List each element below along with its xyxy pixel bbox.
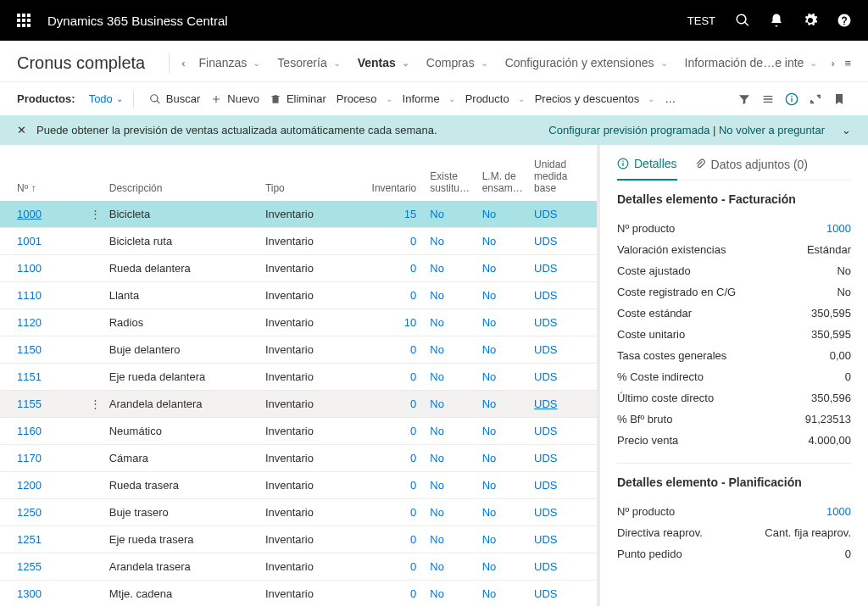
process-menu[interactable]: Proceso [331, 89, 398, 108]
factbox-value[interactable]: 1000 [826, 505, 851, 518]
item-no-link[interactable]: 1100 [17, 262, 42, 275]
nav-item-4[interactable]: Configuración y extensiones [497, 53, 676, 73]
cell-inventory[interactable]: 0 [363, 282, 424, 309]
cell-inventory[interactable]: 10 [363, 309, 424, 336]
cell-substitute[interactable]: No [430, 343, 444, 356]
item-no-link[interactable]: 1255 [17, 560, 42, 573]
cell-uom[interactable]: UDS [534, 235, 557, 247]
cell-inventory[interactable]: 0 [363, 336, 424, 364]
cell-bom[interactable]: No [482, 587, 497, 600]
item-no-link[interactable]: 1151 [17, 370, 42, 383]
item-no-link[interactable]: 1160 [17, 425, 42, 437]
cell-substitute[interactable]: No [430, 452, 444, 464]
cell-substitute[interactable]: No [430, 479, 444, 492]
table-row[interactable]: 1170CámaraInventario0NoNoUDS [0, 445, 597, 472]
cell-uom[interactable]: UDS [534, 262, 557, 275]
nav-item-3[interactable]: Compras [418, 53, 497, 73]
table-row[interactable]: 1151Eje rueda delanteraInventario0NoNoUD… [0, 364, 597, 391]
cell-substitute[interactable]: No [430, 398, 444, 410]
cell-substitute[interactable]: No [430, 208, 444, 220]
view-selector[interactable]: Todo [89, 92, 123, 105]
cell-bom[interactable]: No [482, 289, 497, 302]
prices-menu[interactable]: Precios y descuentos [530, 89, 660, 108]
nav-scroll-left[interactable]: ‹ [176, 53, 190, 73]
notif-link-dismiss[interactable]: No volver a preguntar [719, 124, 825, 136]
column-header[interactable]: Descripción [103, 145, 259, 201]
cell-substitute[interactable]: No [430, 560, 444, 573]
table-row[interactable]: 1300Mtje. cadenaInventario0NoNoUDS [0, 581, 597, 607]
help-icon[interactable] [827, 0, 861, 41]
cell-bom[interactable]: No [482, 452, 497, 464]
cell-inventory[interactable]: 0 [363, 553, 424, 581]
filter-icon[interactable] [732, 92, 756, 106]
table-row[interactable]: 1001Bicicleta rutaInventario0NoNoUDS [0, 228, 597, 255]
column-header[interactable]: Inventario [363, 145, 424, 201]
cell-uom[interactable]: UDS [534, 506, 557, 519]
cell-uom[interactable]: UDS [534, 425, 557, 437]
cell-substitute[interactable]: No [430, 289, 444, 302]
expand-icon[interactable] [804, 92, 827, 106]
company-name[interactable]: Cronus completa [17, 53, 145, 73]
table-row[interactable]: 1200Rueda traseraInventario0NoNoUDS [0, 472, 597, 499]
cell-bom[interactable]: No [482, 343, 497, 356]
cell-inventory[interactable]: 0 [363, 445, 424, 472]
cell-uom[interactable]: UDS [534, 560, 557, 573]
app-launcher-icon[interactable] [7, 0, 41, 41]
item-no-link[interactable]: 1251 [17, 533, 42, 546]
item-no-link[interactable]: 1300 [17, 587, 42, 600]
factbox-value[interactable]: 1000 [826, 222, 851, 235]
item-no-link[interactable]: 1001 [17, 235, 42, 247]
table-row[interactable]: 1100Rueda delanteraInventario0NoNoUDS [0, 255, 597, 282]
cell-uom[interactable]: UDS [534, 533, 557, 546]
item-no-link[interactable]: 1120 [17, 316, 42, 329]
cell-bom[interactable]: No [482, 316, 497, 329]
search-icon[interactable] [726, 0, 760, 41]
tab-attachments[interactable]: Datos adjuntos (0) [694, 157, 808, 180]
cell-bom[interactable]: No [482, 506, 497, 519]
cell-bom[interactable]: No [482, 262, 497, 275]
nav-item-2[interactable]: Ventas [349, 53, 418, 73]
table-row[interactable]: 1150Buje delanteroInventario0NoNoUDS [0, 336, 597, 364]
nav-item-0[interactable]: Finanzas [191, 53, 270, 73]
cell-uom[interactable]: UDS [534, 452, 557, 464]
cell-substitute[interactable]: No [430, 316, 444, 329]
table-row[interactable]: 1120RadiosInventario10NoNoUDS [0, 309, 597, 336]
cell-uom[interactable]: UDS [534, 343, 557, 356]
cell-inventory[interactable]: 0 [363, 364, 424, 391]
cell-uom[interactable]: UDS [534, 587, 557, 600]
cell-substitute[interactable]: No [430, 370, 444, 383]
table-row[interactable]: 1251Eje rueda traseraInventario0NoNoUDS [0, 526, 597, 553]
column-header[interactable]: Tipo [259, 145, 363, 201]
table-row[interactable]: 1110LlantaInventario0NoNoUDS [0, 282, 597, 309]
cell-inventory[interactable]: 0 [363, 472, 424, 499]
cell-uom[interactable]: UDS [534, 479, 557, 492]
cell-uom[interactable]: UDS [534, 370, 557, 383]
cell-bom[interactable]: No [482, 425, 497, 437]
cell-inventory[interactable]: 0 [363, 418, 424, 445]
close-icon[interactable]: ✕ [17, 124, 26, 136]
item-no-link[interactable]: 1110 [17, 289, 42, 302]
table-row[interactable]: 1000⋮BicicletaInventario15NoNoUDS [0, 201, 597, 228]
cell-uom[interactable]: UDS [534, 289, 557, 302]
cell-inventory[interactable]: 0 [363, 581, 424, 607]
item-no-link[interactable]: 1000 [17, 208, 42, 220]
more-menu-icon[interactable]: ≡ [844, 57, 851, 69]
cell-substitute[interactable]: No [430, 587, 444, 600]
nav-item-1[interactable]: Tesorería [269, 53, 348, 73]
cell-bom[interactable]: No [482, 533, 497, 546]
cell-bom[interactable]: No [482, 398, 497, 410]
notifications-icon[interactable] [760, 0, 793, 41]
cell-inventory[interactable]: 0 [363, 228, 424, 255]
item-no-link[interactable]: 1155 [17, 398, 42, 410]
cell-uom[interactable]: UDS [534, 316, 557, 329]
column-header[interactable]: L.M. de ensam… [476, 145, 527, 201]
table-row[interactable]: 1155⋮Arandela delanteraInventario0NoNoUD… [0, 391, 597, 418]
cell-inventory[interactable]: 0 [363, 255, 424, 282]
cell-inventory[interactable]: 0 [363, 499, 424, 526]
cell-substitute[interactable]: No [430, 425, 444, 437]
search-button[interactable]: Buscar [144, 89, 205, 108]
delete-button[interactable]: Eliminar [264, 89, 331, 108]
cell-inventory[interactable]: 15 [363, 201, 424, 228]
cell-substitute[interactable]: No [430, 262, 444, 275]
row-menu-icon[interactable]: ⋮ [85, 398, 106, 410]
